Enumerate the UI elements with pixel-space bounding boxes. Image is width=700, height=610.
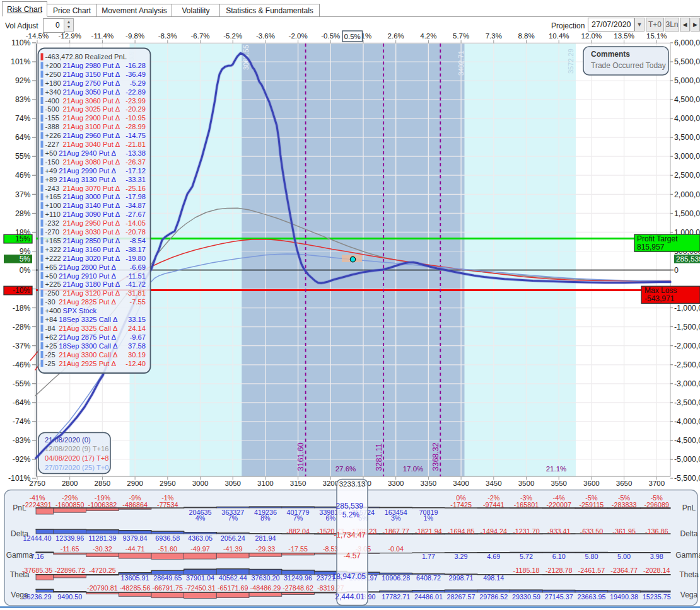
svg-text:-10%: -10% — [13, 286, 30, 295]
svg-text:-1600850: -1600850 — [55, 501, 85, 509]
svg-text:-30.32: -30.32 — [93, 545, 112, 553]
svg-text:21Aug 3120 Put Δ: 21Aug 3120 Put Δ — [63, 289, 120, 297]
svg-text:3400: 3400 — [453, 480, 469, 487]
svg-text:18Sep 3300 Call Δ: 18Sep 3300 Call Δ — [59, 342, 118, 350]
svg-text:21Aug 3060 Put Δ: 21Aug 3060 Put Δ — [63, 97, 120, 105]
svg-text:2,500,000: 2,500,000 — [674, 171, 700, 180]
svg-text:0.5%: 0.5% — [344, 33, 361, 40]
svg-text:21Aug 3040 Put Δ: 21Aug 3040 Put Δ — [63, 141, 120, 148]
svg-text:-2.0%: -2.0% — [289, 32, 308, 40]
svg-text:-37%: -37% — [13, 342, 31, 350]
svg-text:+50: +50 — [45, 272, 57, 280]
svg-text:-101%: -101% — [8, 474, 31, 483]
svg-text:-11.65: -11.65 — [61, 545, 79, 553]
svg-text:-28.99: -28.99 — [125, 123, 146, 130]
svg-text:9379.84: 9379.84 — [123, 534, 148, 542]
svg-text:-14.05: -14.05 — [125, 219, 146, 227]
svg-text:-4,500,000: -4,500,000 — [674, 436, 700, 445]
svg-text:-1694.85: -1694.85 — [448, 527, 475, 535]
svg-text:21Aug 3300 Call Δ: 21Aug 3300 Call Δ — [59, 351, 118, 359]
svg-text:4,500,000: 4,500,000 — [674, 95, 700, 104]
svg-text:-92%: -92% — [13, 455, 31, 464]
svg-text:21Aug 2825 Put Δ: 21Aug 2825 Put Δ — [59, 298, 116, 306]
svg-text:-361.95: -361.95 — [612, 527, 636, 535]
svg-text:3100: 3100 — [257, 480, 274, 487]
svg-text:83%: 83% — [15, 95, 31, 104]
svg-text:21Aug 3150 Put Δ: 21Aug 3150 Put Δ — [63, 71, 120, 78]
svg-text:Gamma: Gamma — [6, 551, 33, 560]
svg-text:1%: 1% — [424, 514, 434, 522]
svg-text:2998.71: 2998.71 — [449, 574, 474, 582]
svg-text:15%: 15% — [15, 234, 30, 243]
svg-text:-83%: -83% — [13, 436, 31, 445]
svg-text:Max Loss: Max Loss — [645, 286, 677, 295]
svg-text:+400: +400 — [45, 307, 61, 314]
svg-text:-21.81: -21.81 — [125, 141, 146, 148]
svg-text:-27848.62: -27848.62 — [283, 584, 313, 592]
svg-text:-49.97: -49.97 — [190, 545, 210, 553]
svg-text:-77534: -77534 — [157, 501, 178, 509]
svg-text:-220007: -220007 — [546, 501, 571, 509]
svg-text:9490.50: 9490.50 — [57, 593, 82, 601]
svg-text:-28%: -28% — [13, 323, 31, 331]
svg-text:21Aug 3025 Put Δ: 21Aug 3025 Put Δ — [63, 105, 120, 113]
svg-text:+225: +225 — [45, 280, 61, 288]
svg-text:+84: +84 — [45, 316, 57, 323]
svg-text:-27.67: -27.67 — [125, 210, 146, 218]
svg-text:21Aug 3000 Put Δ: 21Aug 3000 Put Δ — [63, 193, 120, 200]
svg-text:+222: +222 — [45, 255, 61, 262]
svg-text:-19.80: -19.80 — [125, 255, 146, 262]
svg-text:-9.67: -9.67 — [130, 333, 146, 341]
svg-text:13.5%: 13.5% — [614, 32, 634, 40]
svg-text:3233.13: 3233.13 — [339, 480, 366, 488]
svg-text:-17.98: -17.98 — [125, 193, 146, 200]
svg-text:2900: 2900 — [127, 480, 143, 487]
svg-text:-243: -243 — [45, 185, 59, 192]
svg-text:7.3%: 7.3% — [486, 32, 502, 40]
svg-text:37%: 37% — [15, 190, 31, 199]
svg-text:17782.71: 17782.71 — [382, 593, 410, 601]
svg-text:-11.4%: -11.4% — [91, 32, 114, 40]
svg-text:+165: +165 — [45, 193, 61, 200]
svg-text:PnL: PnL — [13, 504, 26, 512]
svg-text:3,500,000: 3,500,000 — [674, 133, 700, 142]
svg-text:-232: -232 — [45, 219, 59, 227]
svg-text:+62: +62 — [45, 333, 57, 341]
svg-text:2,444.01: 2,444.01 — [335, 592, 365, 601]
svg-text:21Aug 3050 Put Δ: 21Aug 3050 Put Δ — [63, 88, 120, 96]
svg-text:-20.78: -20.78 — [125, 228, 146, 236]
svg-text:-2461.57: -2461.57 — [578, 567, 605, 574]
svg-text:6936.58: 6936.58 — [155, 534, 180, 542]
svg-text:+100: +100 — [45, 202, 61, 209]
svg-text:Trade Occurred Today: Trade Occurred Today — [591, 61, 666, 70]
svg-text:815,957: 815,957 — [637, 243, 665, 251]
svg-text:-44.71: -44.71 — [125, 545, 145, 553]
svg-text:24.14: 24.14 — [128, 325, 146, 332]
svg-text:Gamma: Gamma — [675, 551, 700, 560]
svg-text:+50: +50 — [45, 149, 57, 157]
svg-text:-500: -500 — [45, 105, 59, 113]
svg-text:10.4%: 10.4% — [549, 32, 569, 40]
svg-text:-74%: -74% — [13, 417, 31, 426]
svg-text:-250: -250 — [45, 289, 59, 297]
svg-text:-1,500,000: -1,500,000 — [674, 323, 700, 331]
svg-text:27/07/2020 (25) T+0: 27/07/2020 (25) T+0 — [45, 464, 109, 471]
svg-text:-9.8%: -9.8% — [125, 32, 144, 40]
svg-text:-463,472.80 Realized PnL: -463,472.80 Realized PnL — [45, 53, 127, 60]
svg-text:5.7%: 5.7% — [453, 32, 469, 40]
svg-text:-3,500,000: -3,500,000 — [674, 398, 700, 407]
svg-text:6.10: 6.10 — [552, 553, 566, 560]
svg-text:-33.31: -33.31 — [125, 176, 146, 183]
svg-text:55%: 55% — [15, 152, 31, 161]
svg-text:-933.41: -933.41 — [547, 527, 571, 535]
svg-text:37630.20: 37630.20 — [251, 574, 279, 582]
svg-text:-72450.31: -72450.31 — [185, 584, 216, 592]
svg-text:3300: 3300 — [388, 480, 404, 487]
svg-text:3450: 3450 — [486, 480, 502, 487]
svg-text:-16.28: -16.28 — [125, 62, 146, 69]
svg-text:2.6%: 2.6% — [388, 32, 404, 40]
svg-text:3650: 3650 — [616, 480, 633, 487]
svg-text:28267.57: 28267.57 — [447, 593, 475, 601]
svg-text:-20.29: -20.29 — [125, 105, 146, 113]
svg-text:21Aug 2900 Put Δ: 21Aug 2900 Put Δ — [63, 114, 120, 122]
